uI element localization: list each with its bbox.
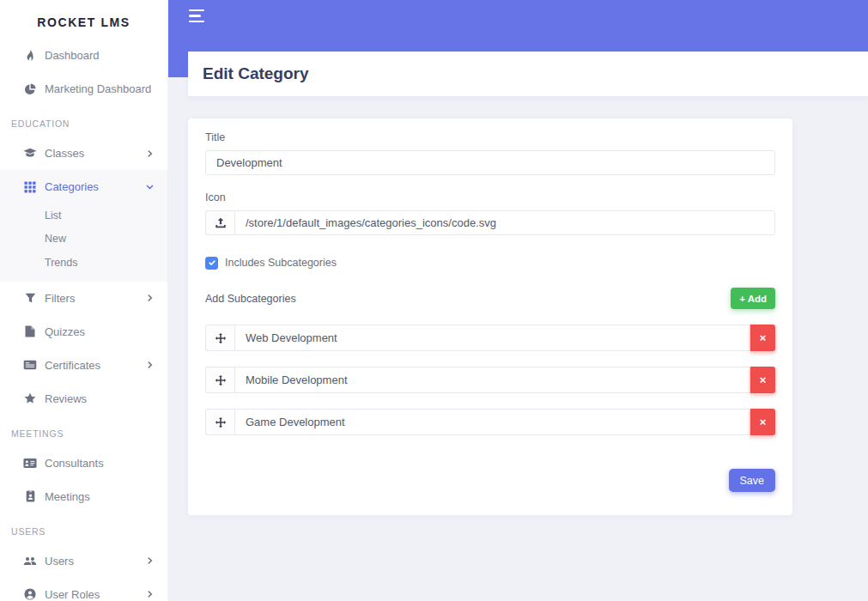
sidebar-group-categories: Categories List New Trends <box>0 170 167 282</box>
subcategory-input[interactable] <box>234 367 750 393</box>
chevron-right-icon <box>147 591 154 598</box>
filter-icon <box>23 291 37 305</box>
sidebar-item-label: Reviews <box>45 392 154 405</box>
remove-subcategory-button[interactable]: × <box>750 367 775 393</box>
add-subcategory-button[interactable]: + Add <box>731 288 775 309</box>
sidebar-item-label: Categories <box>45 180 146 193</box>
sidebar: ROCKET LMS Dashboard Marketing Dashboard… <box>0 0 168 601</box>
sidebar-item-categories[interactable]: Categories <box>0 170 167 203</box>
sidebar-item-users[interactable]: Users <box>0 544 167 578</box>
sidebar-item-label: Filters <box>45 292 147 305</box>
sidebar-item-label: Consultants <box>45 457 154 470</box>
sidebar-item-label: Meetings <box>45 490 154 503</box>
includes-subcategories-row: Includes Subcategories <box>205 256 775 270</box>
sidebar-item-marketing-dashboard[interactable]: Marketing Dashboard <box>0 72 167 106</box>
includes-subcategories-checkbox[interactable] <box>205 257 218 270</box>
sidebar-section-users: USERS <box>0 513 167 544</box>
sidebar-item-classes[interactable]: Classes <box>0 137 167 170</box>
sidebar-item-label: Users <box>45 555 147 568</box>
move-handle-icon[interactable] <box>205 367 234 393</box>
sidebar-item-meetings[interactable]: Meetings <box>0 480 167 513</box>
sidebar-item-label: Dashboard <box>45 49 154 62</box>
add-subcategories-label: Add Subcategories <box>205 293 296 305</box>
chevron-right-icon <box>147 150 154 157</box>
badge-icon <box>23 489 37 503</box>
flame-icon <box>23 49 37 63</box>
brand-logo[interactable]: ROCKET LMS <box>0 0 167 39</box>
subcategory-input[interactable] <box>234 325 750 351</box>
star-icon <box>23 392 37 405</box>
page-title: Edit Category <box>203 64 309 83</box>
sidebar-subitem-trends[interactable]: Trends <box>0 251 167 275</box>
sidebar-item-label: Classes <box>45 147 147 160</box>
sidebar-item-filters[interactable]: Filters <box>0 282 167 315</box>
remove-subcategory-button[interactable]: × <box>750 325 775 351</box>
title-label: Title <box>205 131 775 144</box>
pie-chart-icon <box>23 82 37 96</box>
chevron-down-icon <box>146 184 154 191</box>
user-circle-icon <box>23 587 37 601</box>
edit-category-card: Title Icon Includes Subcategories Add Su… <box>188 118 792 515</box>
icon-label: Icon <box>205 191 775 204</box>
grid-icon <box>23 180 37 194</box>
users-icon <box>23 554 37 568</box>
sidebar-item-label: Quizzes <box>45 325 154 338</box>
sidebar-section-meetings: MEETINGS <box>0 416 167 446</box>
move-handle-icon[interactable] <box>205 409 234 435</box>
icon-path-input[interactable] <box>234 210 775 235</box>
subcategory-row: × <box>205 325 775 351</box>
certificate-icon <box>23 358 37 372</box>
chevron-right-icon <box>147 557 154 564</box>
move-handle-icon[interactable] <box>205 325 234 351</box>
add-subcategories-row: Add Subcategories + Add <box>205 288 775 309</box>
sidebar-subitem-list[interactable]: List <box>0 203 167 228</box>
sidebar-item-label: Marketing Dashboard <box>45 82 154 95</box>
sidebar-item-label: User Roles <box>45 588 147 601</box>
includes-subcategories-label[interactable]: Includes Subcategories <box>225 257 337 269</box>
subcategory-row: × <box>205 409 775 435</box>
save-row: Save <box>205 469 775 492</box>
chevron-right-icon <box>147 361 154 368</box>
title-input[interactable] <box>205 150 775 175</box>
upload-icon[interactable] <box>205 210 234 235</box>
subcategory-row: × <box>205 367 775 393</box>
sidebar-item-quizzes[interactable]: Quizzes <box>0 315 167 349</box>
sidebar-subitem-new[interactable]: New <box>0 228 167 252</box>
chevron-right-icon <box>147 294 154 301</box>
icon-input-group <box>205 210 775 235</box>
main-area: Edit Category Title Icon Includes Subcat… <box>168 0 868 601</box>
file-icon <box>23 325 37 338</box>
remove-subcategory-button[interactable]: × <box>750 409 775 435</box>
sidebar-section-education: EDUCATION <box>0 106 167 137</box>
sidebar-item-reviews[interactable]: Reviews <box>0 382 167 416</box>
sidebar-item-certificates[interactable]: Certificates <box>0 349 167 382</box>
sidebar-item-user-roles[interactable]: User Roles <box>0 578 167 601</box>
hamburger-icon[interactable] <box>189 9 204 22</box>
sidebar-item-label: Certificates <box>45 359 147 372</box>
subcategory-input[interactable] <box>234 409 750 435</box>
page-header: Edit Category <box>188 52 868 96</box>
sidebar-item-dashboard[interactable]: Dashboard <box>0 39 167 72</box>
id-card-icon <box>23 456 37 470</box>
save-button[interactable]: Save <box>729 469 776 492</box>
graduation-cap-icon <box>23 147 37 161</box>
sidebar-item-consultants[interactable]: Consultants <box>0 446 167 480</box>
